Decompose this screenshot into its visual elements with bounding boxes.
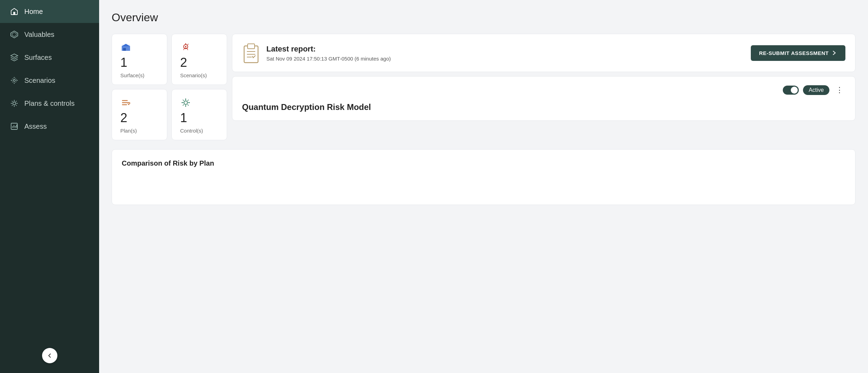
comparison-title: Comparison of Risk by Plan bbox=[122, 159, 845, 167]
stats-grid: 1 Surface(s) 2 Scenario(s) bbox=[112, 34, 227, 140]
model-card: Active ⋮ Quantum Decryption Risk Model bbox=[232, 76, 855, 121]
svg-marker-2 bbox=[12, 32, 16, 37]
report-card-left: Latest report: Sat Nov 09 2024 17:50:13 … bbox=[242, 42, 391, 63]
report-info: Latest report: Sat Nov 09 2024 17:50:13 … bbox=[266, 45, 391, 62]
sidebar-item-surfaces-label: Surfaces bbox=[24, 54, 52, 62]
surfaces-icon bbox=[10, 53, 19, 62]
svg-line-14 bbox=[12, 101, 13, 102]
svg-line-16 bbox=[16, 101, 17, 102]
sidebar-collapse-button[interactable] bbox=[42, 348, 57, 363]
svg-point-9 bbox=[13, 102, 16, 105]
svg-line-26 bbox=[187, 44, 188, 45]
sidebar-item-scenarios-label: Scenarios bbox=[24, 77, 55, 85]
controls-count: 1 bbox=[180, 112, 218, 124]
main-content: Overview 1 Surface(s) bbox=[99, 0, 868, 373]
svg-point-31 bbox=[184, 101, 187, 104]
surfaces-label: Surface(s) bbox=[120, 72, 159, 78]
active-toggle[interactable] bbox=[783, 86, 799, 95]
sidebar-item-plans-label: Plans & controls bbox=[24, 100, 75, 108]
sidebar-item-scenarios[interactable]: Scenarios bbox=[0, 69, 99, 92]
scenarios-count: 2 bbox=[180, 56, 218, 69]
controls-label: Control(s) bbox=[180, 128, 218, 134]
model-card-header: Active ⋮ bbox=[242, 85, 845, 95]
svg-line-39 bbox=[183, 104, 184, 106]
plans-controls-icon bbox=[10, 99, 19, 108]
scenarios-label: Scenario(s) bbox=[180, 72, 218, 78]
surfaces-stat-icon bbox=[120, 42, 131, 53]
sidebar: Home Valuables Surfaces bbox=[0, 0, 99, 373]
model-name: Quantum Decryption Risk Model bbox=[242, 102, 845, 112]
svg-point-3 bbox=[13, 79, 15, 81]
page-title: Overview bbox=[112, 11, 855, 24]
surfaces-count: 1 bbox=[120, 56, 159, 69]
sidebar-item-surfaces[interactable]: Surfaces bbox=[0, 46, 99, 69]
svg-rect-0 bbox=[13, 12, 15, 15]
stat-card-controls: 1 Control(s) bbox=[171, 89, 227, 140]
home-icon bbox=[10, 7, 19, 16]
sidebar-item-valuables[interactable]: Valuables bbox=[0, 23, 99, 46]
resubmit-button[interactable]: RE-SUBMIT ASSESSMENT bbox=[751, 45, 845, 61]
clipboard-icon bbox=[242, 42, 260, 63]
top-area: 1 Surface(s) 2 Scenario(s) bbox=[112, 34, 855, 144]
plans-stat-icon bbox=[120, 97, 131, 108]
scenarios-stat-icon bbox=[180, 42, 191, 53]
plans-label: Plan(s) bbox=[120, 128, 159, 134]
sidebar-item-valuables-label: Valuables bbox=[24, 31, 54, 39]
report-card: Latest report: Sat Nov 09 2024 17:50:13 … bbox=[232, 34, 855, 72]
sidebar-item-assess[interactable]: Assess bbox=[0, 115, 99, 138]
sidebar-item-assess-label: Assess bbox=[24, 122, 47, 130]
comparison-card: Comparison of Risk by Plan bbox=[112, 149, 855, 205]
svg-line-15 bbox=[16, 105, 17, 106]
svg-line-36 bbox=[183, 100, 184, 101]
svg-point-4 bbox=[12, 78, 17, 83]
sidebar-item-home[interactable]: Home bbox=[0, 0, 99, 23]
assess-icon bbox=[10, 122, 19, 131]
svg-line-38 bbox=[187, 100, 189, 101]
plans-count: 2 bbox=[120, 112, 159, 124]
svg-point-27 bbox=[185, 46, 186, 47]
svg-line-37 bbox=[187, 104, 189, 106]
sidebar-item-plans-controls[interactable]: Plans & controls bbox=[0, 92, 99, 115]
stat-card-plans: 2 Plan(s) bbox=[112, 89, 167, 140]
stat-card-scenarios: 2 Scenario(s) bbox=[171, 34, 227, 85]
sidebar-item-home-label: Home bbox=[24, 8, 43, 16]
active-badge: Active bbox=[803, 85, 829, 95]
right-panel: Latest report: Sat Nov 09 2024 17:50:13 … bbox=[232, 34, 855, 144]
report-title: Latest report: bbox=[266, 45, 391, 54]
scenarios-icon bbox=[10, 76, 19, 85]
report-date: Sat Nov 09 2024 17:50:13 GMT-0500 (6 min… bbox=[266, 56, 391, 62]
svg-marker-1 bbox=[11, 31, 18, 38]
svg-rect-41 bbox=[248, 44, 255, 49]
stat-card-surfaces: 1 Surface(s) bbox=[112, 34, 167, 85]
svg-line-17 bbox=[12, 105, 13, 106]
more-options-button[interactable]: ⋮ bbox=[834, 85, 845, 95]
controls-stat-icon bbox=[180, 97, 191, 108]
valuables-icon bbox=[10, 30, 19, 39]
